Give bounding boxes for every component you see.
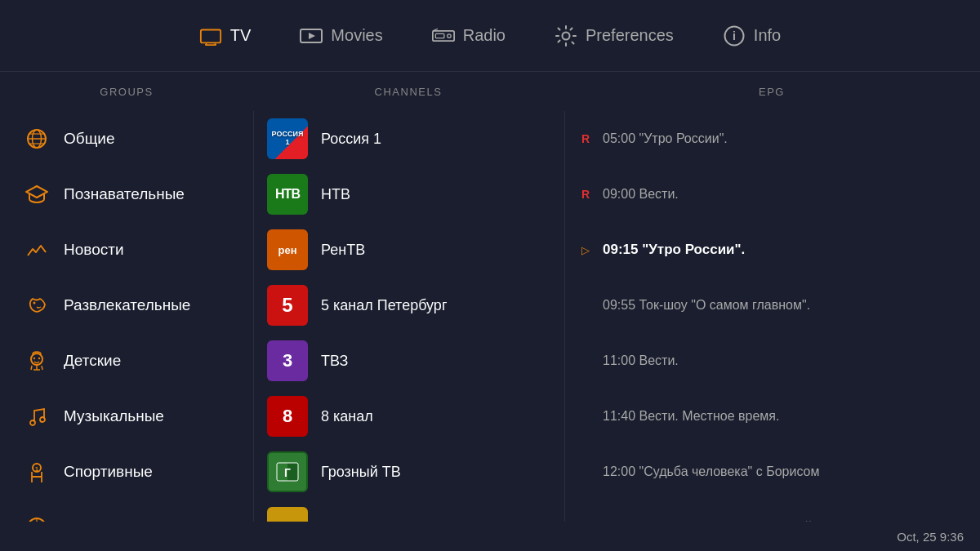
kids-icon: [24, 349, 49, 373]
channel-logo-grozny: Г: [267, 451, 308, 492]
column-headers: GROUPS CHANNELS EPG: [0, 72, 980, 111]
group-item-novosti[interactable]: Новости: [0, 222, 253, 278]
svg-text:1: 1: [35, 465, 39, 473]
channel-name-5kanal: 5 канал Петербург: [321, 297, 447, 314]
education-icon: [24, 182, 49, 207]
svg-text:i: i: [733, 29, 736, 42]
epg-indicator-0: R: [581, 132, 596, 145]
group-label-obschie: Общие: [64, 130, 114, 148]
top-navigation: TV Movies Radio P: [0, 0, 980, 72]
channel-name-russia1: Россия 1: [321, 131, 381, 148]
channel-name-tv3: ТВЗ: [321, 353, 348, 370]
epg-item-1[interactable]: R 09:00 Вести.: [565, 167, 980, 222]
group-label-poznavatelnye: Познавательные: [64, 185, 185, 203]
nav-tv-label: TV: [230, 26, 252, 45]
group-item-poznavatelnye[interactable]: Познавательные: [0, 167, 253, 222]
epg-text-6: 12:00 "Судьба человека" с Борисом: [603, 464, 819, 479]
epg-column: R 05:00 "Утро России". R 09:00 Вести. ▷ …: [565, 111, 980, 522]
svg-rect-7: [435, 33, 444, 38]
sports-icon: 1: [24, 460, 49, 484]
channel-logo-tv3: 3: [267, 340, 308, 381]
channel-name-rentv: РенТВ: [321, 242, 365, 259]
movies-icon: [300, 27, 323, 45]
group-item-muzykalnye[interactable]: Музыкальные: [0, 389, 253, 444]
epg-item-5[interactable]: 11:40 Вести. Местное время.: [565, 389, 980, 444]
channels-header: CHANNELS: [253, 86, 564, 98]
channel-item-russia1[interactable]: РОССИЯ1 Россия 1: [254, 111, 564, 167]
channel-logo-8kanal: 8: [267, 396, 308, 437]
svg-point-8: [448, 33, 451, 37]
music-icon: [24, 404, 49, 429]
gear-icon: [555, 27, 577, 45]
channel-logo-ntv: НТВ: [267, 174, 308, 215]
channel-name-grozny: Грозный ТВ: [321, 464, 401, 481]
channel-logo-russia1: РОССИЯ1: [267, 118, 308, 159]
epg-indicator-1: R: [581, 188, 596, 201]
channels-column: РОССИЯ1 Россия 1 НТВ НТВ рен РенТВ 5 5 к…: [254, 111, 564, 522]
svg-text:Г: Г: [284, 466, 291, 479]
epg-item-0[interactable]: R 05:00 "Утро России".: [565, 111, 980, 167]
svg-point-27: [40, 417, 45, 422]
epg-text-0: 05:00 "Утро России".: [603, 131, 728, 146]
epg-text-4: 11:00 Вести.: [603, 353, 679, 368]
status-bar: Oct, 25 9:36: [0, 522, 980, 551]
radio-icon: [432, 27, 455, 45]
channel-item-ntv[interactable]: НТВ НТВ: [254, 167, 564, 222]
epg-item-2[interactable]: ▷ 09:15 "Утро России".: [565, 222, 980, 278]
group-label-detskie: Детские: [64, 352, 121, 370]
groups-header: GROUPS: [0, 86, 253, 98]
epg-text-2: 09:15 "Утро России".: [603, 242, 745, 258]
epg-text-3: 09:55 Ток-шоу "О самом главном".: [603, 298, 810, 313]
channel-item-rentv[interactable]: рен РенТВ: [254, 222, 564, 278]
epg-header: EPG: [564, 86, 980, 98]
epg-text-5: 11:40 Вести. Местное время.: [603, 409, 779, 424]
group-label-muzykalnye: Музыкальные: [64, 407, 164, 425]
nav-movies-label: Movies: [331, 26, 382, 45]
datetime-label: Oct, 25 9:36: [897, 530, 964, 544]
channel-name-ntv: НТВ: [321, 186, 350, 203]
channel-item-grozny[interactable]: Г Грозный ТВ: [254, 444, 564, 500]
group-item-razvlekatelnye[interactable]: Развлекательные: [0, 278, 253, 333]
info-icon: i: [723, 27, 746, 45]
channel-name-8kanal: 8 канал: [321, 408, 373, 425]
nav-item-tv[interactable]: TV: [199, 26, 252, 45]
nav-radio-label: Radio: [463, 26, 506, 45]
epg-text-1: 09:00 Вести.: [603, 187, 679, 202]
group-item-obschie[interactable]: Общие: [0, 111, 253, 167]
group-label-sportivnye: Спортивные: [64, 463, 153, 481]
svg-line-22: [31, 366, 32, 370]
svg-rect-0: [201, 29, 220, 42]
group-label-razvlekatelnye: Развлекательные: [64, 296, 190, 314]
channel-item-istoriya[interactable]: И История: [254, 500, 564, 522]
svg-point-26: [30, 420, 35, 425]
svg-marker-5: [309, 33, 315, 39]
nav-item-movies[interactable]: Movies: [300, 26, 382, 45]
svg-point-10: [562, 32, 569, 39]
tv-icon: [199, 27, 222, 45]
groups-column: Общие Познавательные Новости: [0, 111, 253, 522]
international-icon: [24, 515, 49, 522]
globe-icon: [24, 127, 49, 151]
channel-item-8kanal[interactable]: 8 8 канал: [254, 389, 564, 444]
channel-logo-istoriya: И: [267, 507, 308, 522]
nav-item-radio[interactable]: Radio: [432, 26, 506, 45]
group-item-sportivnye[interactable]: 1 Спортивные: [0, 444, 253, 500]
channel-item-5kanal[interactable]: 5 5 канал Петербург: [254, 278, 564, 333]
content-area: Общие Познавательные Новости: [0, 111, 980, 522]
epg-item-4[interactable]: 11:00 Вести.: [565, 333, 980, 389]
nav-preferences-label: Preferences: [586, 26, 674, 45]
svg-point-20: [33, 358, 35, 359]
svg-point-18: [33, 302, 36, 304]
epg-item-6[interactable]: 12:00 "Судьба человека" с Борисом: [565, 444, 980, 500]
epg-item-7[interactable]: 13:00 Ток-шоу "60 минут" с Ольгой С: [565, 500, 980, 522]
nav-item-preferences[interactable]: Preferences: [555, 26, 674, 45]
channel-item-tv3[interactable]: 3 ТВЗ: [254, 333, 564, 389]
epg-item-3[interactable]: 09:55 Ток-шоу "О самом главном".: [565, 278, 980, 333]
epg-indicator-2: ▷: [581, 244, 596, 256]
svg-line-23: [42, 366, 42, 370]
entertainment-icon: [24, 293, 49, 318]
group-item-internacionalnye[interactable]: Интернациональные: [0, 500, 253, 522]
channel-logo-rentv: рен: [267, 229, 308, 270]
group-item-detskie[interactable]: Детские: [0, 333, 253, 389]
nav-item-info[interactable]: i Info: [723, 26, 781, 45]
